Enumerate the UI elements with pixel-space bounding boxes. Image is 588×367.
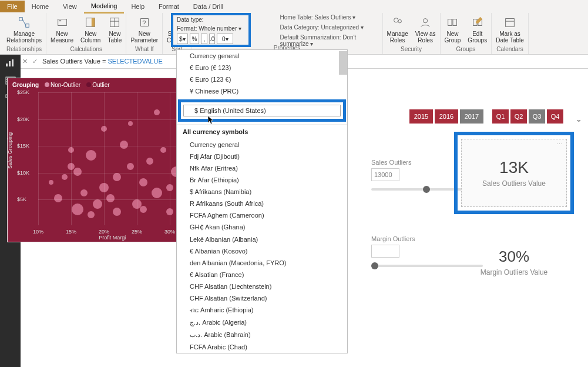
- dropdown-item[interactable]: € Albanian (Kosovo): [177, 245, 347, 257]
- data-point[interactable]: [127, 163, 134, 170]
- tab-file[interactable]: File: [0, 1, 25, 12]
- cancel-formula-icon[interactable]: ✕: [22, 58, 28, 65]
- data-point[interactable]: [88, 211, 95, 218]
- data-point[interactable]: [73, 168, 82, 176]
- data-point[interactable]: [106, 194, 115, 202]
- format-area-highlight: Data type: Format: Whole number ▾ $ ▾ % …: [171, 13, 251, 47]
- dropdown-item[interactable]: CHF Alsatian (Liechtenstein): [177, 281, 347, 292]
- x-tick: 30%: [164, 229, 175, 235]
- dropdown-item[interactable]: GH₵ Akan (Ghana): [177, 221, 347, 233]
- data-point[interactable]: [113, 208, 121, 216]
- card-menu-icon[interactable]: ⋯: [556, 141, 563, 148]
- tab-data-drill[interactable]: Data / Drill: [186, 1, 230, 12]
- y-axis-label: Sales Grouping: [7, 132, 13, 169]
- q2-button[interactable]: Q2: [510, 109, 527, 124]
- q3-button[interactable]: Q3: [529, 109, 545, 124]
- dropdown-item[interactable]: د.ب. Arabic (Bahrain): [177, 329, 347, 341]
- dropdown-item[interactable]: Fdj Afar (Djibouti): [177, 151, 347, 162]
- currency-button[interactable]: $ ▾: [177, 34, 188, 44]
- report-view-icon[interactable]: [5, 58, 16, 68]
- dropdown-item[interactable]: CHF Alsatian (Switzerland): [177, 292, 347, 304]
- mark-as-date-button[interactable]: Mark as Date Table: [493, 14, 527, 45]
- new-column-button[interactable]: New Column: [78, 14, 103, 45]
- dropdown-item[interactable]: € Euro (123 €): [177, 74, 347, 85]
- new-measure-button[interactable]: New Measure: [48, 14, 76, 45]
- year-2017-button[interactable]: 2017: [460, 109, 483, 124]
- slicer-value-input[interactable]: [371, 168, 399, 181]
- home-table-text[interactable]: Home Table: Sales Outliers ▾: [277, 13, 359, 22]
- cursor-icon: [208, 116, 215, 125]
- x-tick: 25%: [132, 229, 142, 235]
- tab-view[interactable]: View: [56, 1, 84, 12]
- dropdown-item[interactable]: Currency general: [177, 139, 347, 151]
- dropdown-item[interactable]: € Euro (€ 123): [177, 62, 347, 74]
- tab-help[interactable]: Help: [124, 1, 152, 12]
- q4-button[interactable]: Q4: [547, 109, 563, 124]
- view-as-roles-button[interactable]: View as Roles: [412, 14, 439, 45]
- tab-home[interactable]: Home: [25, 1, 56, 12]
- data-category-text[interactable]: Data Category: Uncategorized ▾: [277, 23, 367, 32]
- data-point[interactable]: [86, 150, 96, 161]
- dropdown-item[interactable]: ብር Amharic (Ethiopia): [177, 304, 347, 316]
- format-label[interactable]: Format: Whole number ▾: [173, 24, 248, 33]
- expand-formula-icon[interactable]: ⌄: [576, 115, 582, 124]
- dropdown-item[interactable]: FCFA Arabic (Chad): [177, 341, 347, 353]
- data-point[interactable]: [154, 109, 160, 115]
- dropdown-item-selected[interactable]: $ English (United States): [183, 105, 341, 116]
- data-point[interactable]: [146, 158, 153, 165]
- card-label: Sales Outliers Value: [482, 179, 546, 188]
- dropdown-item[interactable]: Lekë Albanian (Albania): [177, 233, 347, 245]
- decimal-places-input[interactable]: 0 ▾: [217, 34, 233, 44]
- data-point[interactable]: [152, 188, 162, 198]
- edit-groups-button[interactable]: Edit Groups: [465, 14, 490, 45]
- data-point[interactable]: [93, 199, 102, 209]
- group-label: Security: [401, 46, 422, 54]
- scrollbar-thumb[interactable]: [339, 51, 347, 75]
- year-2016-button[interactable]: 2016: [435, 109, 458, 124]
- new-parameter-button[interactable]: ?New Parameter: [127, 14, 161, 45]
- data-point[interactable]: [128, 121, 133, 126]
- data-point[interactable]: [62, 174, 68, 180]
- ribbon: Manage Relationships Relationships New M…: [0, 13, 588, 55]
- data-point[interactable]: [140, 206, 147, 213]
- data-point[interactable]: [80, 189, 88, 196]
- dropdown-item[interactable]: $ Afrikaans (Namibia): [177, 186, 347, 198]
- new-table-button[interactable]: New Table: [105, 14, 125, 45]
- manage-roles-button[interactable]: Manage Roles: [384, 14, 411, 45]
- dropdown-item[interactable]: FCFA Aghem (Cameroon): [177, 209, 347, 221]
- tab-modeling[interactable]: Modeling: [84, 0, 125, 14]
- manage-relationships-button[interactable]: Manage Relationships: [4, 14, 45, 45]
- data-point[interactable]: [54, 194, 62, 202]
- dropdown-item[interactable]: ¥ Chinese (PRC): [177, 85, 347, 97]
- slider-thumb[interactable]: [423, 186, 430, 193]
- data-point[interactable]: [72, 203, 83, 215]
- percent-button[interactable]: %: [190, 34, 200, 44]
- year-2015-button[interactable]: 2015: [409, 109, 433, 124]
- sales-card-highlight: ⋯ 13K Sales Outliers Value: [454, 132, 574, 214]
- data-point[interactable]: [113, 173, 121, 181]
- comma-button[interactable]: ,: [201, 34, 207, 44]
- new-group-button[interactable]: New Group: [442, 14, 464, 45]
- dropdown-item[interactable]: Br Afar (Ethiopia): [177, 174, 347, 186]
- sales-outliers-card[interactable]: ⋯ 13K Sales Outliers Value: [461, 139, 567, 207]
- margin-outliers-card[interactable]: 30% Margin Outliers Value: [458, 235, 570, 288]
- data-point[interactable]: [120, 141, 128, 149]
- dropdown-item[interactable]: Currency general: [177, 50, 347, 62]
- dropdown-item[interactable]: den Albanian (Macedonia, FYRO): [177, 257, 347, 269]
- measure-icon: [55, 15, 69, 29]
- currency-dropdown[interactable]: Currency general€ Euro (€ 123)€ Euro (12…: [176, 49, 348, 353]
- dropdown-item[interactable]: Nfk Afar (Eritrea): [177, 162, 347, 174]
- data-point[interactable]: [160, 147, 166, 153]
- slider-thumb[interactable]: [371, 262, 378, 269]
- data-type-label[interactable]: Data type:: [173, 15, 248, 24]
- dropdown-item[interactable]: € Alsatian (France): [177, 269, 347, 281]
- commit-formula-icon[interactable]: ✓: [32, 58, 38, 65]
- tab-format[interactable]: Format: [152, 1, 186, 12]
- dropdown-item[interactable]: R Afrikaans (South Africa): [177, 198, 347, 209]
- q1-button[interactable]: Q1: [492, 109, 509, 124]
- data-point[interactable]: [49, 180, 53, 185]
- dropdown-item[interactable]: د.ج. Arabic (Algeria): [177, 316, 347, 329]
- slicer-value-input[interactable]: [371, 245, 399, 258]
- formula-text[interactable]: Sales Outliers Value = SELECTEDVALUE: [42, 58, 163, 65]
- data-point[interactable]: [139, 178, 147, 186]
